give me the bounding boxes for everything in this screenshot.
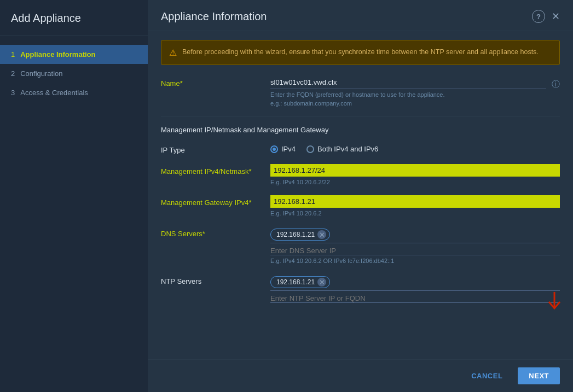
mgmt-ipv4-label: Management IPv4/Netmask* [161,164,270,175]
dns-tag-text-1: 192.168.1.21 [276,231,315,238]
warning-text: Before proceeding with the wizard, ensur… [182,47,539,57]
name-field-row: Name* Enter the FQDN (preferred) or host… [161,76,560,107]
both-radio-circle [306,145,314,153]
both-label: Both IPv4 and IPv6 [317,145,378,153]
sidebar: Add Appliance 1 Appliance Information 2 … [0,0,148,392]
ntp-field: 192.168.1.21 ✕ [270,274,560,303]
mgmt-ipv4-row: Management IPv4/Netmask* E.g. IPv4 10.20… [161,164,560,185]
mgmt-ipv4-field: E.g. IPv4 10.20.6.2/22 [270,164,560,185]
step-label-3: Access & Credentials [20,89,88,97]
dns-label: DNS Servers* [161,226,270,238]
ipv4-radio-circle [270,145,278,153]
name-hint2: e.g.: subdomain.company.com [270,100,546,107]
panel-footer: CANCEL NEXT [148,359,573,392]
warning-banner: ⚠ Before proceeding with the wizard, ens… [161,40,560,65]
panel-content: ⚠ Before proceeding with the wizard, ens… [148,31,573,359]
mgmt-ipv4-hint: E.g. IPv4 10.20.6.2/22 [270,179,560,185]
sidebar-title: Add Appliance [0,0,148,36]
step-label-2: Configuration [20,69,62,78]
ntp-tag-text-1: 192.168.1.21 [276,278,315,286]
dns-row: DNS Servers* 192.168.1.21 ✕ E.g. IPv4 10… [161,226,560,264]
ip-type-field: IPv4 Both IPv4 and IPv6 [270,143,560,153]
next-button[interactable]: NEXT [518,367,560,384]
ntp-row: NTP Servers 192.168.1.21 ✕ [161,274,560,303]
sidebar-step-2[interactable]: 2 Configuration [0,64,148,83]
sidebar-step-1[interactable]: 1 Appliance Information [0,45,148,64]
name-label: Name* [161,76,270,87]
dns-field: 192.168.1.21 ✕ E.g. IPv4 10.20.6.2 OR IP… [270,226,560,264]
scroll-down-arrow [547,292,562,315]
ipv4-label: IPv4 [281,145,296,153]
header-icons: ? ✕ [532,10,560,23]
dns-input[interactable] [270,247,560,255]
panel-title: Appliance Information [161,10,267,23]
mgmt-ipv4-input[interactable] [270,164,560,177]
name-input[interactable] [270,76,546,89]
scroll-arrow-icon [547,292,562,312]
divider-1 [161,116,560,117]
help-button[interactable]: ? [532,10,545,23]
main-panel: Appliance Information ? ✕ ⚠ Before proce… [148,0,573,392]
modal-wrapper: Add Appliance 1 Appliance Information 2 … [0,0,573,392]
info-icon[interactable]: ⓘ [552,79,560,90]
section-title: Management IP/Netmask and Management Gat… [161,126,560,134]
step-num-2: 2 [11,69,15,78]
name-field: Enter the FQDN (preferred) or hostname t… [270,76,546,107]
ntp-input[interactable] [270,294,560,303]
sidebar-step-3[interactable]: 3 Access & Credentials [0,83,148,102]
mgmt-gw-row: Management Gateway IPv4* E.g. IPv4 10.20… [161,195,560,217]
step-num-3: 3 [11,89,15,97]
mgmt-gw-label: Management Gateway IPv4* [161,195,270,207]
name-hint1: Enter the FQDN (preferred) or hostname t… [270,91,546,98]
mgmt-gw-input[interactable] [270,195,560,208]
cancel-button[interactable]: CANCEL [462,367,511,384]
ntp-tag-container: 192.168.1.21 ✕ [270,274,560,291]
ntp-tag-1: 192.168.1.21 ✕ [270,276,330,288]
step-label-1: Appliance Information [20,50,95,58]
both-radio-option[interactable]: Both IPv4 and IPv6 [306,145,378,153]
radio-group: IPv4 Both IPv4 and IPv6 [270,143,560,153]
dns-tag-container: 192.168.1.21 ✕ [270,226,560,243]
ip-type-label: IP Type [161,143,270,154]
close-button[interactable]: ✕ [552,10,560,22]
ntp-tag-remove-1[interactable]: ✕ [317,278,326,286]
ip-type-row: IP Type IPv4 Both IPv4 and IPv6 [161,143,560,154]
dns-tag-remove-1[interactable]: ✕ [317,230,326,239]
ipv4-radio-option[interactable]: IPv4 [270,145,296,153]
mgmt-gw-hint: E.g. IPv4 10.20.6.2 [270,210,560,217]
step-num-1: 1 [11,50,15,58]
sidebar-steps: 1 Appliance Information 2 Configuration … [0,36,148,111]
mgmt-gw-field: E.g. IPv4 10.20.6.2 [270,195,560,217]
panel-header: Appliance Information ? ✕ [148,0,573,31]
ntp-label: NTP Servers [161,274,270,285]
warning-icon: ⚠ [169,48,177,58]
dns-hint: E.g. IPv4 10.20.6.2 OR IPv6 fc7e:f206:db… [270,258,560,264]
dns-tag-1: 192.168.1.21 ✕ [270,229,330,241]
